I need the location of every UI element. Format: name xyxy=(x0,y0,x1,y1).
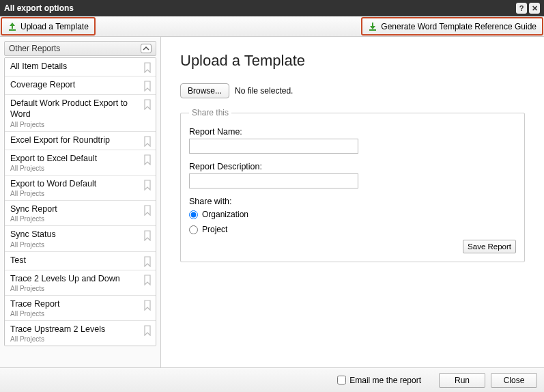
report-item-label: Trace 2 Levels Up and Down xyxy=(10,273,139,284)
report-item-sub: All Projects xyxy=(10,121,139,128)
upload-icon xyxy=(8,22,17,31)
report-item[interactable]: Export to Excel DefaultAll Projects xyxy=(5,150,156,175)
main-panel: Upload a Template Browse... No file sele… xyxy=(161,37,544,367)
svg-rect-1 xyxy=(369,29,376,31)
section-header-other-reports[interactable]: Other Reports xyxy=(4,41,156,56)
upload-template-button[interactable]: Upload a Template xyxy=(1,17,96,36)
report-item-sub: All Projects xyxy=(10,190,139,197)
report-item[interactable]: Export to Word DefaultAll Projects xyxy=(5,175,156,200)
report-item-label: Trace Report xyxy=(10,298,139,309)
generate-guide-label: Generate Word Template Reference Guide xyxy=(381,22,536,31)
report-item[interactable]: Excel Export for Roundtrip xyxy=(5,131,156,150)
bookmark-icon[interactable] xyxy=(143,325,152,336)
share-organization-label: Organization xyxy=(202,210,248,219)
bookmark-icon[interactable] xyxy=(143,154,152,165)
report-item-label: Export to Excel Default xyxy=(10,153,139,164)
share-project-radio[interactable] xyxy=(189,225,198,234)
upload-template-label: Upload a Template xyxy=(20,22,89,31)
section-title: Other Reports xyxy=(9,44,141,53)
report-item-label: Test xyxy=(10,255,139,266)
save-report-button[interactable]: Save Report xyxy=(463,240,516,253)
bookmark-icon[interactable] xyxy=(143,205,152,216)
generate-guide-button[interactable]: Generate Word Template Reference Guide xyxy=(361,17,543,36)
bookmark-icon[interactable] xyxy=(143,300,152,311)
bookmark-icon[interactable] xyxy=(143,275,152,285)
report-item[interactable]: Test xyxy=(5,251,156,270)
report-item[interactable]: All Item Details xyxy=(5,58,156,76)
toolbar: Upload a Template Generate Word Template… xyxy=(0,16,544,37)
bookmark-icon[interactable] xyxy=(143,99,152,110)
titlebar: All export options ? ✕ xyxy=(0,0,544,16)
close-button[interactable]: Close xyxy=(491,373,537,388)
report-item-label: All Item Details xyxy=(10,61,139,72)
email-report-checkbox[interactable] xyxy=(337,376,346,384)
share-this-fieldset: Share this Report Name: Report Descripti… xyxy=(180,108,525,262)
bookmark-icon[interactable] xyxy=(143,256,152,267)
report-name-label: Report Name: xyxy=(189,127,516,137)
report-item-sub: All Projects xyxy=(10,165,139,172)
report-item[interactable]: Sync ReportAll Projects xyxy=(5,200,156,225)
report-item-sub: All Projects xyxy=(10,285,139,292)
report-description-label: Report Description: xyxy=(189,162,516,171)
report-item[interactable]: Trace ReportAll Projects xyxy=(5,295,156,320)
share-legend: Share this xyxy=(189,108,231,117)
bookmark-icon[interactable] xyxy=(143,136,152,147)
report-item[interactable]: Trace 2 Levels Up and DownAll Projects xyxy=(5,270,156,295)
report-item[interactable]: Coverage Report xyxy=(5,76,156,94)
share-project-label: Project xyxy=(202,225,227,234)
download-icon xyxy=(368,22,377,31)
report-item-label: Coverage Report xyxy=(10,79,139,90)
collapse-button[interactable] xyxy=(141,44,152,53)
bookmark-icon[interactable] xyxy=(143,62,152,73)
report-item-label: Sync Status xyxy=(10,229,139,240)
svg-rect-0 xyxy=(9,29,16,31)
email-report-option[interactable]: Email me the report xyxy=(337,376,421,385)
email-report-label: Email me the report xyxy=(349,376,421,385)
help-button[interactable]: ? xyxy=(516,3,527,14)
report-item-label: Excel Export for Roundtrip xyxy=(10,135,139,145)
report-item-label: Trace Upstream 2 Levels xyxy=(10,324,139,335)
report-item-sub: All Projects xyxy=(10,241,139,249)
file-status-text: No file selected. xyxy=(235,86,293,96)
browse-button[interactable]: Browse... xyxy=(180,83,229,98)
bookmark-icon[interactable] xyxy=(143,230,152,241)
report-item-label: Default Work Product Export to Word xyxy=(10,98,139,120)
report-name-input[interactable] xyxy=(189,139,358,154)
bookmark-icon[interactable] xyxy=(143,81,152,92)
report-item[interactable]: Sync StatusAll Projects xyxy=(5,225,156,251)
report-item-sub: All Projects xyxy=(10,215,139,223)
report-item[interactable]: Trace Upstream 2 LevelsAll Projects xyxy=(5,320,156,346)
share-with-label: Share with: xyxy=(189,197,516,206)
bookmark-icon[interactable] xyxy=(143,180,152,191)
close-dialog-button[interactable]: ✕ xyxy=(529,3,540,14)
report-description-input[interactable] xyxy=(189,173,358,188)
report-list: All Item DetailsCoverage ReportDefault W… xyxy=(4,57,156,346)
page-title: Upload a Template xyxy=(180,52,525,70)
dialog-title: All export options xyxy=(4,3,514,13)
sidebar: Other Reports All Item DetailsCoverage R… xyxy=(0,37,161,367)
chevron-up-icon xyxy=(143,46,149,51)
report-item-sub: All Projects xyxy=(10,335,139,343)
report-item-label: Sync Report xyxy=(10,204,139,214)
footer: Email me the report Run Close xyxy=(0,367,544,392)
report-item-label: Export to Word Default xyxy=(10,178,139,189)
share-organization-radio[interactable] xyxy=(189,210,198,219)
report-item[interactable]: Default Work Product Export to WordAll P… xyxy=(5,94,156,131)
run-button[interactable]: Run xyxy=(439,373,485,388)
report-item-sub: All Projects xyxy=(10,310,139,318)
